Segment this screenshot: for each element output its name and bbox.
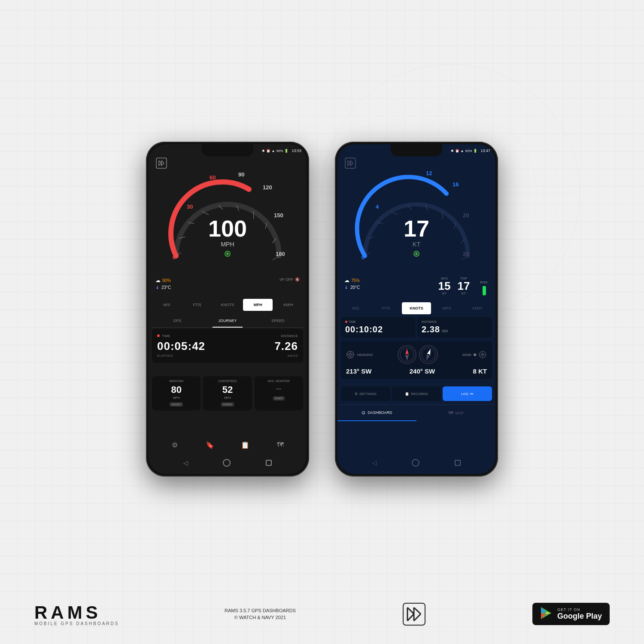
phone1-notch (202, 144, 253, 156)
phone2-unit-fts[interactable]: FT/S (371, 302, 401, 314)
phone2-alarm-icon: ⏰ (455, 149, 459, 153)
footer-copyright: RAMS 3.5.7 GPS DASHBOARDS © WATCH & NAVY… (225, 607, 296, 621)
phone2-status-icons: ✱ ⏰ ▲ 92% 🔋 13:47 (451, 149, 490, 153)
phone2-avg-col: AVG 15 KT (438, 276, 451, 295)
phone2-action-bar[interactable]: ⚙ SETTINGS 📋 RECORDS LOG ✏ (341, 386, 492, 401)
unit-mph[interactable]: MPH (243, 299, 273, 311)
tab-journey[interactable]: JOURNEY (202, 314, 252, 327)
phone2-recents-btn[interactable] (455, 460, 461, 466)
phone2-dist-label: DISTANCE (422, 320, 488, 323)
phone2-records-icon: 📋 (405, 392, 409, 396)
phone2: ✱ ⏰ ▲ 92% 🔋 13:47 (335, 142, 498, 477)
google-play-badge[interactable]: GET IT ON Google Play (532, 603, 610, 625)
phone1-time-sub: ELAPSED (157, 354, 228, 358)
phone1-back-btn[interactable]: ◁ (183, 459, 188, 466)
unit-kmh[interactable]: KM/H (273, 299, 303, 311)
tab-gps[interactable]: GPS (152, 314, 202, 327)
phone2-helm-col: HEADING (346, 350, 373, 359)
svg-text:17: 17 (404, 216, 429, 241)
phone2-compass-circles (398, 345, 438, 364)
phone1-temp-icon: 🌡 (155, 285, 160, 290)
phone1-nav-bookmark[interactable]: 🔖 (202, 437, 218, 453)
tab-speed[interactable]: SPEED (253, 314, 303, 327)
phone2-dash-tabs[interactable]: ⊙ DASHBOARD 🗺 MAP (337, 404, 495, 421)
svg-text:8: 8 (398, 174, 401, 181)
phone2-heading-label: HEADING (357, 353, 373, 357)
phone1-app-logo (155, 157, 167, 171)
phone2-map-tab[interactable]: 🗺 MAP (416, 405, 495, 421)
phone2-avg-value: 15 (438, 280, 451, 292)
google-play-text: GET IT ON Google Play (557, 608, 602, 621)
phone1-nav-map[interactable]: 🗺 (273, 437, 288, 453)
phone2-time-dot (345, 321, 347, 323)
phone1-alarm-icon: ⏰ (266, 149, 270, 153)
phone2-unit-selector[interactable]: M/S FT/S KNOTS MPH KM/H (341, 302, 492, 314)
phone1-recents-btn[interactable] (266, 460, 272, 466)
unit-ms[interactable]: M/S (152, 299, 182, 311)
phone1-bottom-nav[interactable]: ⚙ 🔖 📋 🗺 (149, 437, 307, 453)
phone2-dash-icon: ⊙ (361, 410, 365, 416)
phone1-maintain-badge[interactable]: ON/SET (170, 402, 182, 407)
phone2-settings-btn[interactable]: ⚙ SETTINGS (341, 386, 390, 401)
phone2-home-btn[interactable] (412, 459, 419, 467)
phone1-android-nav[interactable]: ◁ (149, 455, 307, 471)
phone2-unit-mph[interactable]: MPH (432, 302, 462, 314)
phone2-inner: ✱ ⏰ ▲ 92% 🔋 13:47 (337, 144, 495, 474)
phone1-avg-label: AVG. MONITOR (258, 380, 300, 383)
phone2-helm-icon (346, 350, 355, 359)
phone2-battery-text: 92% (465, 149, 472, 153)
phone2-unit-ms[interactable]: M/S (341, 302, 371, 314)
unit-fts[interactable]: FT/S (182, 299, 212, 311)
phone1-avg-badge[interactable]: START (273, 396, 285, 401)
phone2-top-col: TOP 17 KT (458, 276, 470, 295)
phone2-time-value: 00:10:02 (345, 325, 411, 334)
phone1-journey-data: TIME 00:05:42 ELAPSED DISTANCE 7.26 MILE… (152, 329, 303, 363)
svg-point-60 (415, 252, 418, 255)
phone1-maintain-card: MAINTAIN 80 MPH ON/SET (152, 376, 200, 410)
phone1-overspeed-badge[interactable]: ON/SET (221, 402, 234, 407)
phone2-wind-dir: 240° SW (410, 368, 435, 375)
svg-line-84 (414, 614, 421, 621)
phone1-status-icons: ✱ ⏰ ▲ 90% 🔋 13:53 (262, 149, 301, 153)
svg-text:KT: KT (413, 241, 420, 248)
svg-point-62 (349, 353, 352, 356)
svg-text:90: 90 (238, 171, 244, 178)
phone1-battery-text: 90% (276, 149, 283, 153)
phone2-dashboard-tab[interactable]: ⊙ DASHBOARD (337, 405, 416, 421)
phone1-weather-row1: ☁ 90% (155, 277, 171, 283)
svg-marker-68 (405, 349, 409, 355)
phone1-cloud-icon: ☁ (155, 277, 161, 283)
footer-center: RAMS 3.5.7 GPS DASHBOARDS © WATCH & NAVY… (225, 607, 296, 621)
phone2-bluetooth-icon: ✱ (451, 149, 454, 153)
phone2-android-nav[interactable]: ◁ (337, 455, 495, 471)
phone2-wind-icon (478, 350, 487, 359)
phone2-humidity: 75% (351, 278, 360, 283)
phone2-weather-row2: 🌡 20°C (344, 285, 360, 290)
svg-text:100: 100 (208, 216, 247, 241)
phone1-vf-off: VF OFF 🔇 (279, 277, 300, 282)
phone2-weather-row1: ☁ 75% (344, 277, 360, 283)
phone1-unit-selector[interactable]: M/S FT/S KNOTS MPH KM/H (152, 299, 303, 311)
phone2-unit-knots[interactable]: KNOTS (402, 302, 431, 314)
phone2-app-logo (344, 157, 356, 171)
svg-line-38 (350, 161, 353, 163)
phone2-log-btn[interactable]: LOG ✏ (443, 386, 492, 401)
phone1-nav-records[interactable]: 📋 (237, 437, 253, 453)
svg-text:150: 150 (274, 212, 283, 219)
phone1-avg-value: -- (258, 384, 300, 393)
phone1-overspeed-unit: MPH (207, 396, 248, 399)
phone2-edit-icon: ✏ (470, 392, 474, 396)
phone2-back-btn[interactable]: ◁ (372, 459, 377, 466)
phone1-home-btn[interactable] (223, 459, 231, 467)
phone2-unit-kmh[interactable]: KM/H (462, 302, 492, 314)
phone2-weather: ☁ 75% 🌡 20°C (344, 277, 360, 292)
svg-marker-71 (427, 348, 432, 355)
phone1-dist-value: 7.26 (228, 340, 298, 353)
svg-marker-72 (425, 354, 430, 361)
svg-text:12: 12 (426, 170, 432, 176)
phone2-records-btn[interactable]: 📋 RECORDS (392, 386, 441, 401)
phone1-maintain-label: MAINTAIN (155, 380, 197, 383)
phone1-tabs[interactable]: GPS JOURNEY SPEED (152, 314, 303, 328)
phone1-nav-settings[interactable]: ⚙ (167, 437, 182, 453)
unit-knots[interactable]: KNOTS (213, 299, 243, 311)
